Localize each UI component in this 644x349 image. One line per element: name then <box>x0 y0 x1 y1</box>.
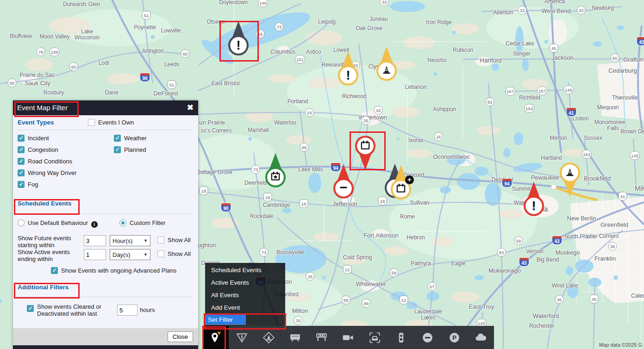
map-label: Pewaukee <box>531 174 559 181</box>
route-shield-26: 26 <box>362 116 370 125</box>
closure-icon[interactable] <box>414 326 441 349</box>
panel-bottom-strip <box>13 345 198 349</box>
menu-item-set-filter[interactable]: Set Filter <box>205 314 246 325</box>
info-icon[interactable]: i <box>91 221 98 228</box>
map-label: Mequon <box>597 104 619 111</box>
map-label: Mukwonago <box>488 267 521 274</box>
map-label: Lauderdale <box>414 308 442 315</box>
map-label: Lisbon <box>572 115 588 122</box>
parking-icon[interactable]: P <box>441 326 467 349</box>
close-icon[interactable]: ✖ <box>187 103 194 112</box>
avl-car-icon[interactable] <box>362 326 388 349</box>
event-type-checkbox[interactable] <box>18 135 25 142</box>
map-label: Lebanon <box>405 84 427 90</box>
future-events-value-input[interactable] <box>84 235 106 246</box>
route-shield-16: 16 <box>374 106 383 115</box>
events-context-menu: Scheduled EventsActive EventsAll EventsA… <box>205 263 285 326</box>
closure-marker-red[interactable] <box>329 163 358 202</box>
event-type-column-2: WeatherPlanned <box>114 135 193 158</box>
event-type-checkbox[interactable] <box>114 146 121 153</box>
use-default-behaviour-radio[interactable] <box>18 219 25 226</box>
active-show-all-checkbox[interactable] <box>157 250 164 257</box>
map-label: America <box>544 0 565 5</box>
map-label: Fort Atkinson <box>363 232 399 239</box>
map-label: Caledonia <box>631 293 644 299</box>
dms-sign-icon[interactable] <box>282 326 308 349</box>
map-label: Brown Deer <box>620 128 644 135</box>
map-label: Newburg <box>592 5 614 11</box>
map-label: Big Bend <box>537 256 559 263</box>
map-label: Jackson <box>551 54 574 61</box>
event-type-checkbox[interactable] <box>18 181 25 188</box>
route-shield-51: 51 <box>142 11 151 20</box>
camera-icon[interactable] <box>335 326 361 349</box>
advanced-plans-label: Show Events with ongoing Advanced Plans <box>61 267 176 274</box>
incident-yield-icon[interactable] <box>229 326 255 349</box>
planned-event-marker-yellow[interactable]: + <box>387 164 415 203</box>
custom-filter-radio[interactable] <box>119 219 126 226</box>
route-shield-151: 151 <box>295 55 305 64</box>
route-shield-167: 167 <box>505 87 515 96</box>
map-label: Lake <box>81 28 93 35</box>
scheduled-events-heading: Scheduled Events <box>18 200 71 207</box>
construction-marker-yellow-2[interactable] <box>556 161 584 200</box>
panel-title: Event Map Filter <box>17 100 68 115</box>
divider <box>18 213 194 214</box>
future-show-all-checkbox[interactable] <box>157 237 164 243</box>
event-type-checkbox[interactable] <box>18 158 25 165</box>
map-label: Lake Mills <box>298 166 323 173</box>
active-events-unit-select[interactable]: Day(s)▼ <box>110 249 150 260</box>
route-shield-145: 145 <box>630 151 640 160</box>
weather-cloud-icon[interactable] <box>468 326 494 349</box>
map-label: un Prairie <box>199 119 225 126</box>
active-events-label: Show Active eventsending within <box>18 249 79 262</box>
event-type-checkbox[interactable] <box>114 135 121 142</box>
menu-item-all-events[interactable]: All Events <box>205 289 285 301</box>
route-shield-59: 59 <box>390 268 399 277</box>
route-shield-12: 12 <box>343 265 352 274</box>
future-events-unit-select[interactable]: Hour(s)▼ <box>110 235 150 246</box>
close-button[interactable]: Close <box>168 331 193 342</box>
incident-marker-red[interactable]: ! <box>519 181 548 220</box>
advanced-plans-checkbox[interactable] <box>51 267 58 274</box>
cleared-hours-input[interactable] <box>117 305 138 316</box>
event-type-column-1: IncidentCongestionRoad ConditionsWrong W… <box>18 135 110 193</box>
route-shield-45: 45 <box>550 44 558 53</box>
map-label: Ashippun <box>433 106 456 112</box>
interstate-shield-43: 43 <box>552 236 563 245</box>
calendar-star-icon <box>270 171 281 183</box>
cleared-events-checkbox[interactable] <box>27 305 34 312</box>
event-type-checkbox[interactable] <box>18 146 25 153</box>
event-pin-filter-icon[interactable] <box>202 326 229 349</box>
map-label: Oconomowoc <box>433 153 469 160</box>
panel-header: Event Map Filter ✖ <box>13 100 198 115</box>
bottom-toolbar: P <box>202 326 494 349</box>
map-label: East Troy <box>469 303 494 310</box>
event-types-heading: Event Types <box>18 119 54 126</box>
route-shield-59: 59 <box>342 296 350 305</box>
menu-item-add-event[interactable]: Add Event <box>205 301 285 314</box>
events-i-own-checkbox[interactable] <box>88 119 95 126</box>
gantry-sign-icon[interactable] <box>308 326 335 349</box>
map-label: Waterford <box>533 312 559 319</box>
map-label: Cambridge <box>263 202 290 208</box>
menu-item-active-events[interactable]: Active Events <box>205 276 285 289</box>
map-label: Neosho <box>427 57 446 63</box>
event-type-checkbox[interactable] <box>18 169 25 176</box>
construction-marker-yellow[interactable] <box>372 45 401 85</box>
signal-icon[interactable] <box>388 326 414 349</box>
incident-marker-yellow[interactable]: ! <box>334 50 363 89</box>
construction-cone-icon[interactable] <box>256 326 282 349</box>
map-label: Allenton <box>493 9 513 16</box>
incident-marker-dark[interactable]: ! <box>224 20 253 59</box>
route-shield-18: 18 <box>300 199 308 208</box>
menu-item-scheduled-events[interactable]: Scheduled Events <box>205 264 285 276</box>
map-label: Rubicon <box>453 47 473 53</box>
additional-filters-heading: Additional Filters <box>18 284 69 291</box>
active-events-value-input[interactable] <box>84 249 106 260</box>
map-label: West Bend <box>541 7 570 14</box>
special-event-marker-green[interactable] <box>261 152 290 191</box>
event-type-label: Fog <box>28 181 38 188</box>
divider <box>18 297 194 297</box>
future-events-label: Show Future eventsstarting within <box>18 235 79 249</box>
